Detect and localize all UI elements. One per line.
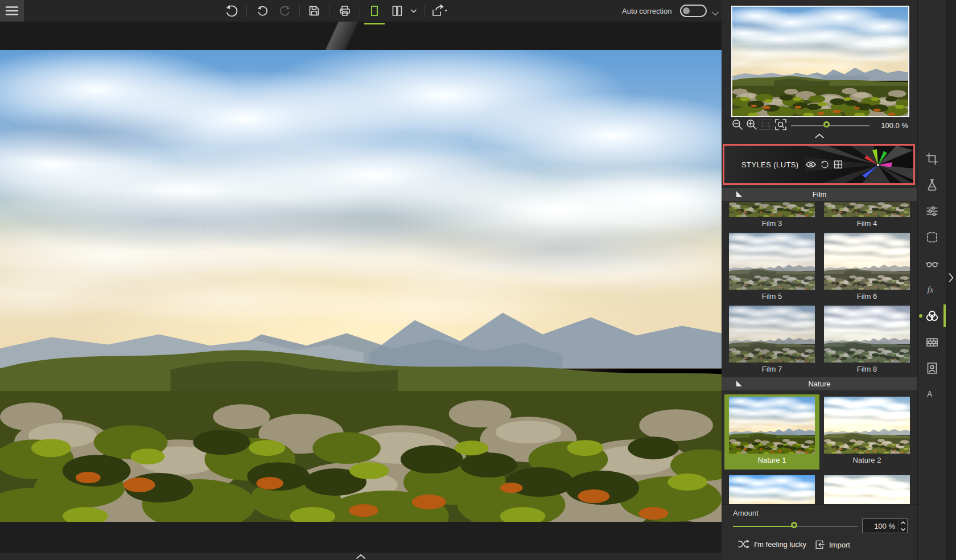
style-thumb-image [824,202,910,217]
import-icon [814,539,825,550]
tool-effects-fx[interactable]: fx [918,277,946,303]
undo-button[interactable] [254,3,271,19]
section-label: Nature [808,380,830,388]
auto-correction-chevron[interactable] [712,8,719,18]
style-thumb-film-6[interactable]: Film 6 [819,233,914,302]
style-thumb-image [729,475,815,504]
zoom-out-icon [731,118,744,131]
view-dropdown-button[interactable] [409,3,418,19]
tool-preview-glasses[interactable] [918,250,946,277]
tool-styles-luts-active[interactable] [918,303,946,329]
styles-luts-header[interactable]: STYLES (LUTS) [723,144,915,185]
svg-text:fx: fx [927,285,933,294]
navigator-preview[interactable] [731,6,909,117]
amount-value: 100 % [863,519,899,533]
save-button[interactable] [306,3,323,19]
zoom-fit-button[interactable] [774,118,788,131]
print-button[interactable] [336,3,353,19]
one-to-one-icon: 1:1 [759,120,773,130]
style-thumb-film-3[interactable]: Film 3 [724,202,819,229]
hamburger-menu-button[interactable] [0,0,24,22]
crop-icon [925,152,939,166]
texture-bricks-icon [925,335,939,349]
chevron-down-icon [411,9,417,13]
lucky-label: I'm feeling lucky [754,540,806,549]
redo-icon [278,4,292,18]
tool-selection[interactable] [918,224,946,250]
zoom-slider-knob[interactable] [823,121,830,127]
zoom-one-to-one-button[interactable]: 1:1 [759,118,773,131]
svg-text:A: A [927,389,933,398]
hamburger-icon [5,5,19,17]
style-thumb-film-8[interactable]: Film 8 [819,306,914,375]
save-icon [307,4,321,18]
style-thumb-film-4[interactable]: Film 4 [819,202,914,229]
view-split-button[interactable] [389,3,406,19]
thumb-row: Film 5Film 6 [722,233,917,302]
spinner-down-button[interactable] [899,526,907,533]
view-single-icon [368,4,381,18]
tool-frame-portrait[interactable] [918,355,946,381]
thumb-row: Nature 1Nature 2 [722,394,917,470]
reset-styles-button[interactable] [818,158,831,171]
style-thumb-label: Film 3 [724,217,819,229]
editor-canvas [0,22,722,560]
filmstrip-collapse-bar[interactable] [0,553,722,560]
panel-expand-handle[interactable] [949,273,954,285]
redo-button[interactable] [277,3,294,19]
style-thumb-nature-2[interactable]: Nature 2 [819,394,914,470]
share-button[interactable] [429,3,450,19]
zoom-fit-icon [774,118,788,131]
main-toolbar: Auto correction [0,0,722,22]
style-thumb-label: Nature 1 [724,454,819,466]
im-feeling-lucky-button[interactable]: I'm feeling lucky [737,539,806,549]
spinner-up-button[interactable] [899,519,907,526]
tool-typography[interactable]: A [918,381,946,407]
typography-icon: A [925,388,939,401]
style-thumb-nature-partial[interactable] [724,475,819,504]
style-thumb-film-5[interactable]: Film 5 [724,233,819,302]
zoom-in-icon [745,118,758,131]
import-button[interactable]: Import [814,539,850,550]
amount-slider-knob[interactable] [791,522,797,528]
collapse-triangle-icon [736,381,742,386]
zoom-in-button[interactable] [745,118,759,131]
tool-texture-bricks[interactable] [918,329,946,355]
section-header-film[interactable]: Film [722,188,917,201]
view-single-button[interactable] [366,3,383,19]
chevron-up-icon [815,133,824,138]
share-icon [431,4,448,18]
zoom-out-button[interactable] [731,118,744,131]
section-header-nature[interactable]: Nature [722,377,917,390]
chevron-up-icon [356,554,365,559]
styles-panel-title: STYLES (LUTS) [741,160,799,169]
revert-button[interactable] [223,3,240,19]
toolbar-separator [424,5,425,17]
tool-adjustments-sliders[interactable] [918,198,946,224]
style-thumb-nature-partial[interactable] [819,475,914,504]
collapse-triangle-icon [736,191,742,197]
visibility-toggle-button[interactable] [805,158,817,171]
panel-collapse-handle[interactable] [722,133,917,140]
canvas-top-band [0,22,722,50]
tool-develop-flask[interactable] [918,172,946,198]
grid-view-button[interactable] [832,158,844,171]
style-thumb-image [729,233,815,290]
adjustments-sliders-icon [925,204,939,218]
zoom-slider-track[interactable] [791,125,870,126]
amount-value-input[interactable]: 100 % [862,518,908,533]
style-thumb-label: Nature 2 [819,454,914,466]
canvas-bottom-band [0,522,722,553]
tool-crop[interactable] [918,146,946,172]
active-view-underline [364,23,385,24]
style-thumb-film-7[interactable]: Film 7 [724,306,819,375]
style-thumb-image [729,397,815,454]
auto-correction-toggle[interactable] [680,5,707,17]
style-thumb-nature-1[interactable]: Nature 1 [724,394,819,470]
section-label: Film [813,190,827,199]
toolbar-separator [299,5,300,17]
amount-spinner [899,519,907,533]
toggle-knob [683,7,690,14]
amount-slider-fill [733,526,796,527]
preview-glasses-icon [925,257,939,270]
